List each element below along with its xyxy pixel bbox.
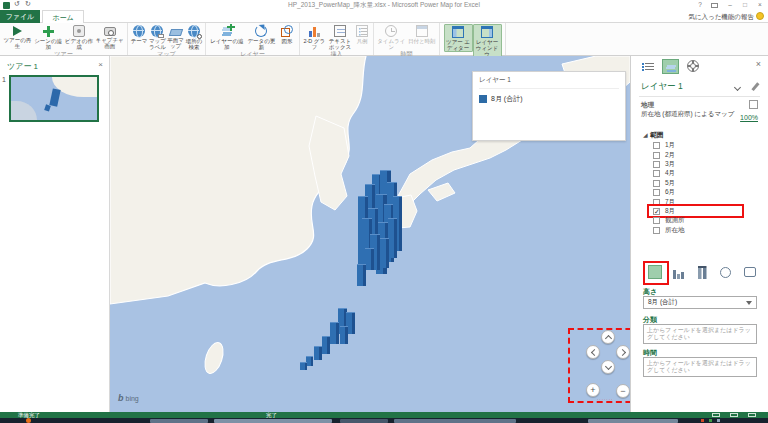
tray-icon[interactable]	[717, 419, 720, 422]
stacked-column-icon[interactable]	[648, 265, 662, 279]
scene-thumbnail[interactable]	[9, 75, 99, 122]
data-column[interactable]	[340, 326, 348, 344]
ribbon-options-icon[interactable]	[711, 3, 718, 8]
data-column[interactable]	[380, 238, 389, 268]
minimize-button[interactable]: –	[724, 1, 736, 8]
find-location-button[interactable]: 場所の検索	[185, 24, 203, 50]
tour-pane-close-button[interactable]: ×	[98, 60, 103, 69]
geocoding-percent-link[interactable]: 100%	[740, 114, 758, 121]
restore-button[interactable]: □	[739, 1, 751, 8]
flat-map-button[interactable]: 平面マップ	[167, 24, 185, 49]
help-button[interactable]: ?	[694, 1, 706, 8]
map-labels-button[interactable]: マップ ラベル	[148, 24, 166, 50]
map-canvas[interactable]: レイヤー 1 8月 (合計) b bing + − ·······	[110, 56, 630, 412]
data-column[interactable]	[330, 322, 339, 344]
layer-manager-tab[interactable]	[662, 59, 679, 74]
category-drop-zone[interactable]: 上からフィールドを選択またはドラッグしてください	[643, 324, 757, 344]
taskbar-window[interactable]	[588, 419, 678, 423]
page-layout-icon[interactable]	[730, 413, 738, 417]
tab-file[interactable]: ファイル	[0, 10, 40, 23]
data-column[interactable]	[300, 362, 307, 370]
legend-title: レイヤー 1	[479, 76, 619, 89]
checkbox[interactable]	[653, 142, 660, 149]
layer-pane-close-button[interactable]: ×	[756, 59, 761, 69]
region-icon[interactable]	[744, 265, 758, 279]
layer-pane-toggle[interactable]: レイヤー ウィンドウ	[473, 24, 502, 58]
tray-icon[interactable]	[709, 419, 712, 422]
date-time-button[interactable]: 日付と時刻	[407, 24, 438, 44]
bubble-icon[interactable]	[720, 265, 734, 279]
zoom-out-button[interactable]: −	[616, 384, 630, 398]
map-legend[interactable]: レイヤー 1 8月 (合計)	[472, 71, 626, 141]
windows-taskbar[interactable]	[0, 418, 768, 423]
taskbar-window[interactable]	[150, 419, 208, 423]
clustered-column-icon[interactable]	[672, 265, 686, 279]
checkbox[interactable]	[653, 161, 660, 168]
feedback-link[interactable]: 気に入った機能の報告	[688, 13, 754, 22]
pan-up-button[interactable]	[601, 330, 615, 344]
data-column[interactable]	[322, 336, 330, 354]
pan-down-button[interactable]	[601, 360, 615, 374]
checkbox[interactable]	[653, 180, 660, 187]
create-video-button[interactable]: ビデオの作成	[64, 24, 95, 50]
normal-view-icon[interactable]	[712, 413, 720, 417]
2d-chart-button[interactable]: 2-D グラフ	[302, 24, 327, 50]
checkbox[interactable]	[653, 227, 660, 234]
field-list-tab[interactable]	[641, 61, 655, 73]
tab-home[interactable]: ホーム	[42, 10, 84, 23]
checkbox[interactable]	[653, 217, 660, 224]
time-drop-zone[interactable]: 上からフィールドを選択またはドラッグしてください	[643, 357, 757, 377]
pan-left-button[interactable]	[586, 345, 600, 359]
close-button[interactable]: ×	[754, 1, 766, 8]
field-row-jan[interactable]: 1月	[631, 141, 768, 150]
field-row-location[interactable]: 所在地	[631, 226, 768, 235]
taskbar-window[interactable]	[394, 419, 516, 423]
field-row-jun[interactable]: 6月	[631, 188, 768, 197]
taskbar-window[interactable]	[340, 419, 388, 423]
hundred-percent-column-icon[interactable]	[696, 265, 710, 279]
checkbox[interactable]	[653, 189, 660, 196]
text-box-button[interactable]: テキスト ボックス	[327, 24, 354, 50]
legend-entry-label: 8月 (合計)	[491, 94, 523, 104]
timeline-button[interactable]: タイムライン	[376, 24, 407, 50]
add-scene-button[interactable]: シーンの追加	[33, 24, 64, 50]
checkbox[interactable]	[653, 152, 660, 159]
field-row-mar[interactable]: 3月	[631, 160, 768, 169]
settings-gear-icon[interactable]	[687, 60, 699, 72]
zoom-view-icon[interactable]	[748, 413, 756, 417]
data-column[interactable]	[365, 248, 374, 270]
add-layer-button[interactable]: レイヤーの追加	[208, 24, 246, 50]
refresh-data-button[interactable]: データの更新	[246, 24, 278, 50]
data-column[interactable]	[314, 346, 322, 360]
chevron-left-icon	[590, 348, 597, 355]
data-column[interactable]	[357, 264, 366, 286]
data-column[interactable]	[306, 356, 313, 366]
legend-button[interactable]: 凡例	[353, 24, 371, 44]
field-row-may[interactable]: 5月	[631, 179, 768, 188]
smiley-icon[interactable]	[756, 12, 764, 20]
collapse-chevron-icon[interactable]	[734, 84, 741, 91]
tour-editor-toggle[interactable]: ツアー エディター	[444, 24, 473, 52]
zoom-in-button[interactable]: +	[586, 383, 600, 397]
title-bar: ↺ ↻ HP_2013_PowerMap_降水量.xlsx - Microsof…	[0, 0, 768, 10]
fields-section-header[interactable]: ◢範囲	[643, 130, 664, 140]
layer-pane-icon	[481, 26, 493, 38]
taskbar-window[interactable]	[214, 419, 332, 423]
capture-screen-button[interactable]: キャプチャ画面	[94, 24, 125, 49]
field-row-feb[interactable]: 2月	[631, 150, 768, 159]
ribbon-group-insert: 2-D グラフ テキスト ボックス 凡例 挿入	[300, 23, 374, 55]
height-field-dropdown[interactable]: 8月 (合計)	[643, 296, 757, 309]
field-row-station[interactable]: 観測所	[631, 216, 768, 225]
play-tour-button[interactable]: ツアーの再生	[2, 24, 33, 49]
tray-icon[interactable]	[701, 419, 704, 422]
checkbox[interactable]	[653, 170, 660, 177]
field-row-apr[interactable]: 4月	[631, 169, 768, 178]
start-orb-icon[interactable]	[26, 418, 31, 423]
field-row-aug[interactable]: ✓ 8月	[631, 207, 768, 216]
data-column[interactable]	[388, 218, 397, 258]
rename-pencil-icon[interactable]	[751, 82, 759, 91]
pan-right-button[interactable]	[616, 345, 630, 359]
edit-geography-icon[interactable]	[749, 100, 758, 109]
themes-button[interactable]: テーマ	[130, 24, 148, 44]
shapes-button[interactable]: 図形	[277, 24, 297, 44]
